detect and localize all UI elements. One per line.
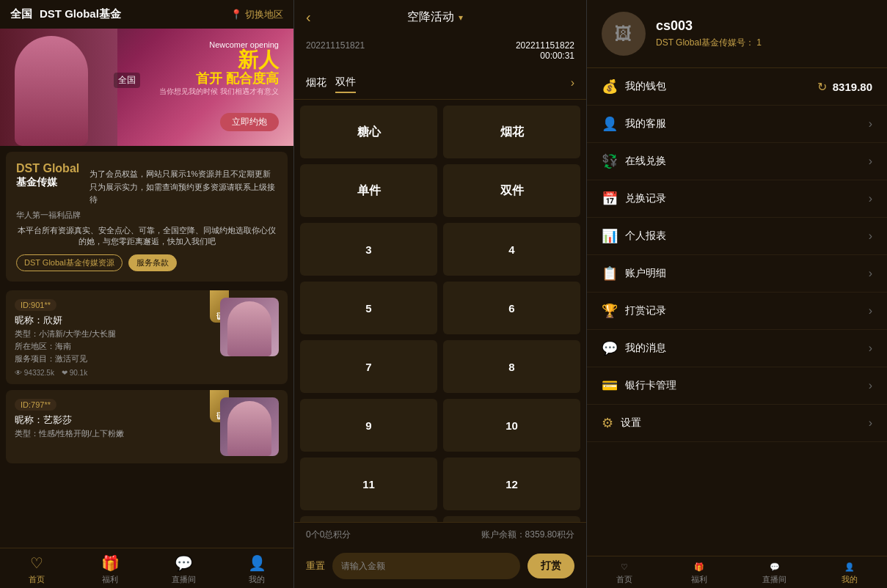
menu-bank-card[interactable]: 💳 银行卡管理 › — [587, 367, 887, 405]
countdown-bar: 202211151821 202211151822 00:00:31 — [294, 34, 586, 67]
grid-cell-5[interactable]: 5 — [300, 282, 437, 334]
grid-cell-10[interactable]: 10 — [443, 399, 580, 452]
grid-cell-11[interactable]: 11 — [300, 457, 437, 510]
grid-cell-14[interactable]: 14 — [443, 516, 580, 522]
settings-icon: ⚙ — [602, 415, 613, 431]
mid-footer: 0个0总积分 账户余额：8359.80积分 重置 请输入金额 打赏 — [294, 522, 586, 588]
grid-cell-3[interactable]: 3 — [300, 223, 437, 276]
right-nav-mine[interactable]: 👤 我的 — [812, 562, 887, 585]
nav-home-label: 首页 — [29, 574, 45, 585]
likes-icon: ❤ 90.1k — [62, 369, 87, 377]
grid-cell-9[interactable]: 9 — [300, 399, 437, 452]
chevron-right-9: › — [869, 416, 872, 430]
card-region-1: 所在地区：海南 — [15, 341, 213, 352]
card-photo-2 — [220, 397, 279, 456]
total-score: 0个0总积分 — [306, 529, 351, 541]
banner-figure — [0, 29, 117, 146]
account-detail-icon: 📋 — [602, 265, 618, 282]
card-id-1: ID:901** — [15, 299, 56, 311]
banner: Newcomer opening 新人 首开 配合度高 当你想见我的时候 我们相… — [0, 29, 293, 146]
mid-title-text: 空降活动 — [407, 10, 454, 25]
nav-live-label: 直播间 — [172, 574, 196, 585]
nav-mine-label: 我的 — [249, 574, 265, 585]
grid-header-yanhua[interactable]: 烟花 — [443, 106, 580, 158]
left-panel: 全国 DST Global基金 📍 切换地区 Newcomer opening … — [0, 0, 293, 588]
wallet-row[interactable]: 💰 我的钱包 ↻ 8319.80 — [587, 68, 887, 106]
grid-cell-7[interactable]: 7 — [300, 340, 437, 393]
banner-title: 新人 首开 配合度高 — [159, 49, 279, 87]
grid-cell-6[interactable]: 6 — [443, 282, 580, 334]
live-icon: 💬 — [175, 554, 193, 572]
menu-customer-service[interactable]: 👤 我的客服 › — [587, 106, 887, 143]
menu-personal-report[interactable]: 📊 个人报表 › — [587, 218, 887, 255]
back-button[interactable]: ‹ — [306, 9, 311, 26]
exchange-record-icon: 📅 — [602, 191, 618, 207]
grid-header-shuangjian[interactable]: 双件 — [443, 164, 580, 217]
grid-cell-8[interactable]: 8 — [443, 340, 580, 393]
info-desc2: 本平台所有资源真实、安全点心、可靠，全国空降、同城约炮选取你心仪的她，与您零距离… — [16, 225, 277, 247]
nav-mine[interactable]: 👤 我的 — [220, 554, 293, 585]
welfare-icon: 🎁 — [101, 554, 120, 572]
title-chevron[interactable]: ▾ — [459, 12, 463, 23]
tab-chevron[interactable]: › — [571, 76, 574, 89]
input-placeholder: 请输入金额 — [341, 560, 385, 573]
countdown-left: 202211151821 — [306, 40, 365, 61]
switch-region-btn[interactable]: 📍 切换地区 — [230, 8, 283, 21]
settings-label: 设置 — [621, 416, 641, 430]
exchange-icon: 💱 — [602, 153, 618, 169]
card-type-2: 类型：性感/性格开朗/上下粉嫩 — [15, 428, 213, 439]
menu-tip-record[interactable]: 🏆 打赏记录 › — [587, 293, 887, 330]
grid-cell-13[interactable]: 13 — [300, 516, 437, 522]
dst-brand-sub: 基金传媒 — [16, 176, 57, 188]
refresh-icon[interactable]: ↻ — [817, 80, 827, 94]
right-nav-home[interactable]: ♡ 首页 — [587, 562, 662, 585]
uid-value: 1 — [756, 37, 762, 48]
reset-button[interactable]: 重置 — [306, 559, 325, 573]
right-nav-welfare[interactable]: 🎁 福利 — [662, 562, 737, 585]
profile-card-2[interactable]: ID:797** 昵称：艺影莎 类型：性感/性格开朗/上下粉嫩 已认证 — [6, 390, 288, 463]
category-tabs: 烟花 双件 › — [294, 67, 586, 100]
right-live-icon: 💬 — [770, 562, 780, 572]
nav-live[interactable]: 💬 直播间 — [147, 554, 220, 585]
location-icon: 📍 — [230, 9, 242, 20]
right-mine-label: 我的 — [842, 574, 858, 585]
right-home-icon: ♡ — [621, 562, 628, 572]
mine-icon: 👤 — [248, 554, 266, 572]
nav-home[interactable]: ♡ 首页 — [0, 554, 73, 585]
uid-label: DST Global基金传媒号： — [656, 37, 754, 48]
right-nav-live[interactable]: 💬 直播间 — [737, 562, 812, 585]
menu-my-message[interactable]: 💬 我的消息 › — [587, 330, 887, 367]
grid-cell-12[interactable]: 12 — [443, 457, 580, 510]
countdown-timer: 00:00:31 — [516, 51, 574, 61]
grid-cell-4[interactable]: 4 — [443, 223, 580, 276]
menu-exchange[interactable]: 💱 在线兑换 › — [587, 143, 887, 180]
menu-exchange-record[interactable]: 📅 兑换记录 › — [587, 180, 887, 218]
menu-account-detail[interactable]: 📋 账户明细 › — [587, 255, 887, 293]
profile-card-1[interactable]: ID:901** 昵称：欣妍 类型：小清新/大学生/大长腿 所在地区：海南 服务… — [6, 290, 288, 384]
tip-button[interactable]: 打赏 — [528, 554, 574, 578]
tag-terms[interactable]: 服务条款 — [128, 254, 177, 271]
tag-resource[interactable]: DST Global基金传媒资源 — [16, 254, 123, 271]
username: cs003 — [656, 18, 762, 34]
tip-record-label: 打赏记录 — [625, 304, 666, 317]
tab-shuangjian[interactable]: 双件 — [335, 73, 356, 93]
card-stats-1: 👁 94332.5k ❤ 90.1k — [15, 369, 213, 377]
brand-label: DST Global基金 — [40, 7, 121, 21]
info-desc: 为了会员权益，网站只展示1%资源并且不定期更新只为展示实力，如需查询预约更多资源… — [90, 168, 277, 207]
chevron-right-7: › — [869, 342, 872, 355]
tab-yanhua[interactable]: 烟花 — [306, 73, 326, 92]
banner-subtitle: 当你想见我的时候 我们相遇才有意义 — [159, 87, 279, 97]
wallet-icon: 💰 — [602, 78, 618, 95]
countdown-right-id: 202211151822 — [516, 40, 574, 51]
card-nickname-2: 昵称：艺影莎 — [15, 414, 213, 427]
views-icon: 👁 94332.5k — [15, 369, 54, 377]
grid-header-tangxin[interactable]: 糖心 — [300, 106, 437, 158]
banner-btn[interactable]: 立即约炮 — [220, 113, 279, 131]
wallet-label: 我的钱包 — [625, 80, 666, 93]
right-bottom-nav: ♡ 首页 🎁 福利 💬 直播间 👤 我的 — [587, 556, 887, 588]
menu-settings[interactable]: ⚙ 设置 › — [587, 405, 887, 442]
nav-welfare[interactable]: 🎁 福利 — [73, 554, 147, 585]
middle-panel: ‹ 空降活动 ▾ 202211151821 202211151822 00:00… — [293, 0, 587, 588]
grid-header-danjian[interactable]: 单件 — [300, 164, 437, 217]
amount-input[interactable]: 请输入金额 — [332, 553, 520, 579]
